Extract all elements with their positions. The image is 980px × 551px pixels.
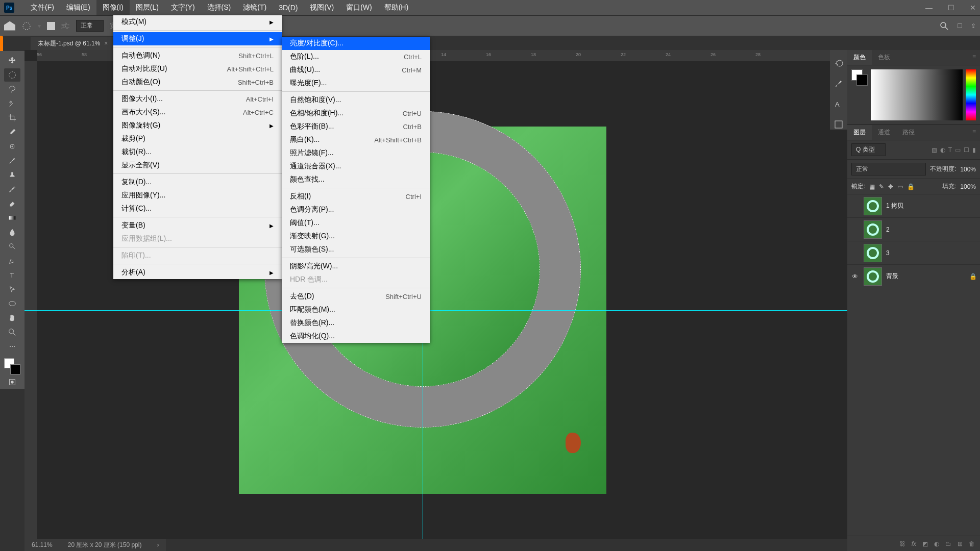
layer-name[interactable]: 2	[886, 226, 890, 233]
menu-6[interactable]: 滤镜(T)	[237, 0, 273, 15]
lock-pos-icon[interactable]: ✥	[888, 183, 893, 190]
menu-item[interactable]: 裁切(R)...	[113, 145, 282, 159]
crop-tool[interactable]	[4, 111, 20, 124]
menu-8[interactable]: 视图(V)	[304, 0, 340, 15]
menu-4[interactable]: 文字(Y)	[165, 0, 201, 15]
menu-item[interactable]: 调整(J)	[113, 32, 282, 45]
eyedropper-tool[interactable]	[4, 126, 20, 139]
adjustments-submenu[interactable]: 亮度/对比度(C)...色阶(L)...Ctrl+L曲线(U)...Ctrl+M…	[282, 37, 430, 343]
lock-nest-icon[interactable]: ▭	[897, 183, 903, 190]
history-panel-icon[interactable]	[834, 58, 844, 68]
menu-item[interactable]: 色相/饱和度(H)...Ctrl+U	[282, 107, 430, 120]
guide-horizontal[interactable]	[24, 310, 847, 311]
brush-tool[interactable]	[4, 154, 20, 167]
hue-slider[interactable]	[966, 69, 976, 120]
marquee-preset-icon[interactable]	[21, 21, 32, 31]
close-button[interactable]: ✕	[970, 4, 976, 12]
menu-item[interactable]: 自动色调(N)Shift+Ctrl+L	[113, 49, 282, 62]
fx-icon[interactable]: fx	[912, 540, 916, 547]
lock-paint-icon[interactable]: ✎	[879, 183, 884, 190]
blend-mode-select[interactable]: 正常	[851, 163, 926, 176]
mask-icon[interactable]: ◩	[922, 540, 928, 547]
tab-paths[interactable]: 路径	[896, 125, 921, 140]
menu-item[interactable]: 色调均化(Q)...	[282, 330, 430, 343]
maximize-button[interactable]: ☐	[948, 4, 954, 12]
menu-item[interactable]: 通道混合器(X)...	[282, 160, 430, 173]
workspace-icon[interactable]: ☐	[957, 22, 963, 30]
color-field[interactable]	[871, 69, 963, 120]
opacity-value[interactable]: 100%	[960, 166, 976, 173]
type-tool[interactable]: T	[4, 268, 20, 282]
menu-item[interactable]: 替换颜色(R)...	[282, 316, 430, 330]
filter-image-icon[interactable]: ▧	[932, 146, 937, 154]
char-panel-icon[interactable]: A	[834, 99, 844, 109]
menu-item[interactable]: 颜色查找...	[282, 173, 430, 186]
layer-row[interactable]: 3	[847, 241, 980, 265]
menu-item[interactable]: 曝光度(E)...	[282, 77, 430, 90]
brush-panel-icon[interactable]	[834, 79, 844, 89]
menu-item[interactable]: 亮度/对比度(C)...	[282, 37, 430, 50]
filter-toggle[interactable]: ▮	[972, 146, 976, 154]
move-tool[interactable]	[4, 54, 20, 67]
delete-icon[interactable]: 🗑	[969, 540, 975, 547]
stamp-tool[interactable]	[4, 168, 20, 182]
filter-shape-icon[interactable]: ▭	[955, 146, 961, 154]
visibility-icon[interactable]: 👁	[850, 273, 860, 280]
history-brush-tool[interactable]	[4, 183, 20, 196]
layer-thumb[interactable]	[864, 197, 882, 215]
new-layer-icon[interactable]: ⊞	[958, 540, 963, 547]
menu-item[interactable]: 可选颜色(S)...	[282, 243, 430, 256]
adjustment-icon[interactable]: ◐	[934, 540, 939, 547]
menu-7[interactable]: 3D(D)	[273, 0, 304, 15]
hand-tool[interactable]	[4, 311, 20, 324]
menu-item[interactable]: 色阶(L)...Ctrl+L	[282, 50, 430, 63]
menu-item[interactable]: 自动颜色(O)Shift+Ctrl+B	[113, 76, 282, 89]
menu-2[interactable]: 图像(I)	[96, 0, 130, 15]
share-icon[interactable]: ⇪	[971, 22, 976, 30]
menu-9[interactable]: 窗口(W)	[340, 0, 378, 15]
document-tab[interactable]: 未标题-1.psd @ 61.1% ×	[31, 37, 115, 50]
lock-all-icon[interactable]: 🔒	[907, 183, 915, 190]
menu-item[interactable]: 照片滤镜(F)...	[282, 146, 430, 160]
menu-item[interactable]: 分析(A)	[113, 266, 282, 279]
magic-wand-tool[interactable]	[4, 97, 20, 110]
zoom-level[interactable]: 61.11%	[32, 541, 53, 548]
pen-tool[interactable]	[4, 254, 20, 267]
menu-item[interactable]: 匹配颜色(M)...	[282, 303, 430, 316]
tab-channels[interactable]: 通道	[872, 125, 896, 140]
blur-tool[interactable]	[4, 226, 20, 239]
menu-item[interactable]: 复制(D)...	[113, 176, 282, 189]
menu-item[interactable]: 显示全部(V)	[113, 159, 282, 172]
tab-layers[interactable]: 图层	[847, 125, 872, 140]
layer-name[interactable]: 1 拷贝	[886, 202, 903, 210]
zoom-tool[interactable]	[4, 325, 20, 339]
group-icon[interactable]: 🗀	[945, 540, 951, 547]
menu-item[interactable]: 裁剪(P)	[113, 132, 282, 145]
menu-item[interactable]: 模式(M)	[113, 15, 282, 29]
menu-item[interactable]: 画布大小(S)...Alt+Ctrl+C	[113, 106, 282, 119]
fill-value[interactable]: 100%	[960, 183, 976, 190]
fgbg-swatch[interactable]	[851, 69, 868, 86]
menu-item[interactable]: 色调分离(P)...	[282, 203, 430, 216]
menu-item[interactable]: 阴影/高光(W)...	[282, 260, 430, 273]
layer-row[interactable]: 1 拷贝	[847, 194, 980, 218]
tab-color[interactable]: 颜色	[847, 50, 872, 65]
eraser-tool[interactable]	[4, 197, 20, 210]
properties-panel-icon[interactable]	[834, 119, 844, 130]
close-tab-icon[interactable]: ×	[104, 40, 108, 47]
layer-thumb[interactable]	[864, 220, 882, 239]
layers-menu-icon[interactable]: ≡	[968, 125, 980, 140]
filter-type-icon[interactable]: T	[948, 146, 952, 154]
menu-item[interactable]: 曲线(U)...Ctrl+M	[282, 63, 430, 77]
menu-item[interactable]: 自动对比度(U)Alt+Shift+Ctrl+L	[113, 62, 282, 76]
ellipse-marquee-tool[interactable]	[4, 68, 20, 82]
menu-item[interactable]: 变量(B)	[113, 219, 282, 232]
menu-item[interactable]: 色彩平衡(B)...Ctrl+B	[282, 120, 430, 133]
more-tools[interactable]: ⋯	[4, 340, 20, 353]
shape-tool[interactable]	[4, 297, 20, 310]
search-icon[interactable]	[940, 21, 949, 31]
link-layers-icon[interactable]: ⛓	[899, 540, 905, 547]
layer-row[interactable]: 2	[847, 218, 980, 241]
lock-trans-icon[interactable]: ▦	[869, 183, 875, 190]
layer-thumb[interactable]	[864, 244, 882, 262]
